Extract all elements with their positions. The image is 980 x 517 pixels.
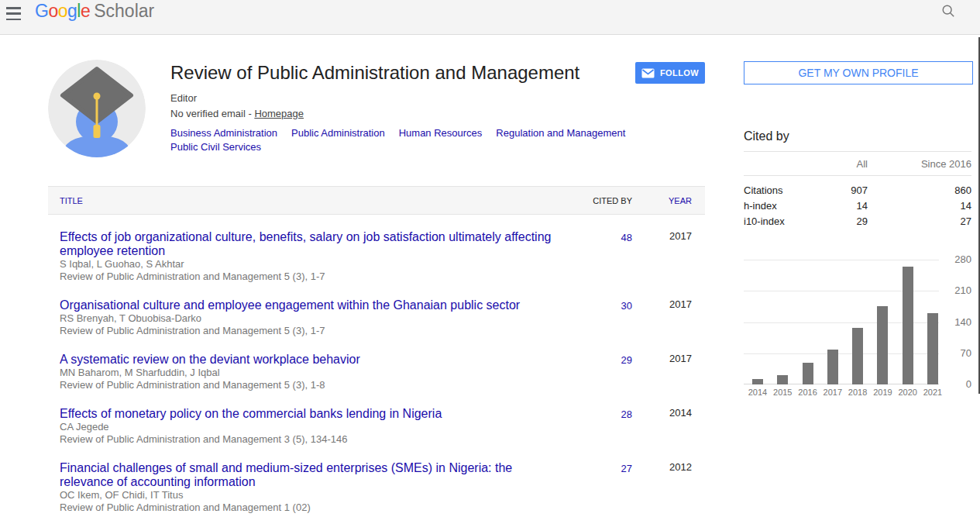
stat-since-value: 27 (868, 214, 971, 229)
top-bar: GoogleScholar (0, 0, 980, 35)
chart-ytick-label: 210 (940, 284, 971, 297)
interest-link[interactable]: Regulation and Management (496, 127, 625, 139)
article-authors: CA Jegede (60, 421, 567, 433)
envelope-icon (641, 68, 655, 78)
article-title-link[interactable]: Financial challenges of small and medium… (60, 461, 567, 489)
article-authors: OC Ikem, OF Chidi, IT Titus (60, 489, 567, 501)
chart-year-label: 2016 (795, 388, 821, 397)
citation-stats-rows: Citations907860h-index1414i10-index2927 (744, 183, 971, 229)
graduate-avatar-icon (48, 60, 146, 157)
article-row: Effects of job organizational culture, b… (48, 230, 705, 283)
article-venue: Review of Public Administration and Mana… (60, 433, 567, 446)
follow-label: FOLLOW (660, 68, 699, 78)
chart-year-label: 2014 (744, 388, 771, 397)
chart-bar-2018[interactable] (852, 328, 863, 384)
citation-stats-header: All Since 2016 (744, 151, 971, 176)
article-title-link[interactable]: A systematic review on the deviant workp… (60, 353, 567, 367)
chart-ytick-label: 140 (940, 316, 971, 329)
cited-by-header: CITED BY (578, 196, 632, 205)
chart-bar-2017[interactable] (827, 350, 838, 384)
logo-letter: o (58, 1, 67, 21)
stat-label: i10-index (744, 214, 794, 229)
article-cited-count-link[interactable]: 27 (621, 463, 632, 474)
interest-link[interactable]: Human Resources (399, 127, 483, 139)
chart-bar-2016[interactable] (803, 363, 813, 384)
article-list: Effects of job organizational culture, b… (48, 230, 705, 514)
chart-bar-2020[interactable] (903, 267, 913, 384)
logo-letter: o (48, 1, 57, 21)
sort-by-title-header[interactable]: TITLE (48, 196, 578, 205)
chart-bar-2021[interactable] (927, 313, 938, 384)
article-venue: Review of Public Administration and Mana… (60, 501, 567, 514)
chart-year-label: 2020 (895, 388, 921, 397)
article-authors: MN Baharom, M Sharfuddin, J Iqbal (60, 367, 567, 379)
sidebar: GET MY OWN PROFILE Cited by All Since 20… (744, 61, 971, 399)
article-title-link[interactable]: Organisational culture and employee enga… (60, 298, 567, 312)
logo-letter: g (67, 1, 77, 21)
citation-stat-row: Citations907860 (744, 183, 971, 198)
chart-year-label: 2019 (869, 388, 896, 397)
avatar[interactable] (48, 60, 146, 157)
chart-bar-2014[interactable] (752, 379, 763, 384)
chart-year-label: 2017 (820, 388, 846, 397)
stat-all-value: 14 (794, 198, 868, 214)
article-cited-count-link[interactable]: 48 (621, 232, 632, 243)
interest-link[interactable]: Business Administration (170, 127, 277, 139)
interest-link[interactable]: Public Administration (291, 127, 385, 139)
chart-plot-area (744, 260, 939, 384)
article-year: 2012 (632, 461, 705, 514)
chart-ytick-label: 280 (940, 253, 971, 266)
stat-all-value: 29 (794, 214, 868, 229)
article-row: A systematic review on the deviant workp… (48, 353, 705, 391)
article-venue: Review of Public Administration and Mana… (60, 325, 567, 337)
chart-year-label: 2021 (920, 388, 946, 397)
citations-per-year-chart: 0701402102802014201520162017201820192020… (744, 260, 971, 399)
citation-stats-table: All Since 2016 Citations907860h-index141… (744, 151, 971, 229)
citation-stat-row: h-index1414 (744, 198, 971, 214)
stat-all-value: 907 (794, 183, 868, 198)
chart-bar-2019[interactable] (877, 306, 888, 384)
article-row: Organisational culture and employee enga… (48, 298, 705, 337)
stat-since-value: 860 (868, 183, 971, 198)
chart-year-label: 2018 (844, 388, 871, 397)
logo-scholar-text: Scholar (94, 1, 154, 21)
chart-gridline (744, 260, 939, 260)
article-title-link[interactable]: Effects of monetary policy on the commer… (60, 407, 567, 421)
article-authors: RS Brenyah, T Obuobisa-Darko (60, 312, 567, 325)
stat-label: Citations (744, 183, 794, 198)
article-year: 2014 (632, 407, 705, 446)
col-all-header: All (794, 158, 868, 170)
logo-letter: G (35, 1, 48, 21)
article-cited-count-link[interactable]: 28 (621, 408, 632, 420)
hamburger-menu-icon[interactable] (6, 7, 22, 20)
articles-table: TITLE CITED BY YEAR Effects of job organ… (48, 186, 705, 514)
homepage-link[interactable]: Homepage (254, 108, 304, 119)
profile-name: Review of Public Administration and Mana… (170, 62, 579, 84)
search-icon[interactable] (941, 4, 955, 18)
sort-by-year-header[interactable]: YEAR (632, 196, 705, 205)
articles-table-header: TITLE CITED BY YEAR (48, 186, 705, 215)
follow-button[interactable]: FOLLOW (635, 62, 705, 84)
article-row: Effects of monetary policy on the commer… (48, 407, 705, 446)
article-row: Financial challenges of small and medium… (48, 461, 705, 514)
col-since-header: Since 2016 (868, 158, 971, 170)
scholar-profile-page: GoogleScholar Review of Public Administr… (0, 0, 980, 517)
no-verified-email-text: No verified email - (170, 108, 254, 119)
get-my-own-profile-button[interactable]: GET MY OWN PROFILE (744, 61, 973, 84)
chart-ytick-label: 70 (940, 347, 971, 360)
article-cited-count-link[interactable]: 29 (621, 354, 632, 366)
chart-year-label: 2015 (769, 388, 796, 397)
interest-link[interactable]: Public Civil Services (170, 141, 261, 153)
article-year: 2017 (632, 298, 705, 337)
stat-label: h-index (744, 198, 794, 214)
article-title-link[interactable]: Effects of job organizational culture, b… (60, 230, 567, 258)
article-venue: Review of Public Administration and Mana… (60, 271, 567, 283)
google-scholar-logo[interactable]: GoogleScholar (35, 1, 154, 22)
citation-stat-row: i10-index2927 (744, 214, 971, 229)
logo-letter: e (81, 1, 90, 21)
profile-role: Editor (170, 92, 197, 104)
chart-bar-2015[interactable] (777, 375, 788, 384)
interests-list: Business AdministrationPublic Administra… (170, 127, 713, 153)
stat-since-value: 14 (868, 198, 971, 214)
article-cited-count-link[interactable]: 30 (621, 300, 632, 312)
